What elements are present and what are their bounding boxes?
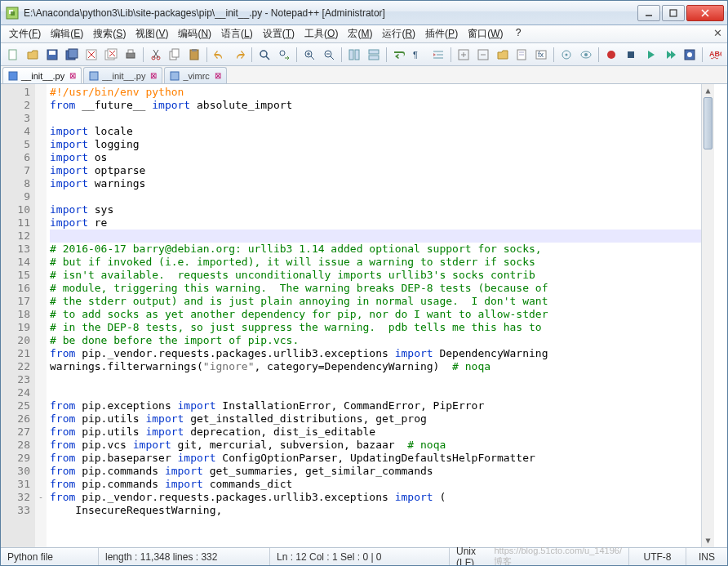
code-line[interactable]: import re [50, 216, 714, 230]
menu-item[interactable]: 搜索(S) [88, 26, 131, 42]
menu-item[interactable]: 窗口(W) [463, 26, 508, 42]
code-line[interactable]: from pip.utils import deprecation, dist_… [50, 426, 714, 439]
sync-v-icon[interactable] [345, 46, 363, 64]
menubar-close-x-icon[interactable]: ✕ [713, 27, 722, 39]
code-line[interactable] [50, 386, 714, 399]
close-icon[interactable] [82, 46, 100, 64]
menu-item[interactable]: 宏(M) [343, 26, 377, 42]
save-macro-icon[interactable] [681, 46, 699, 64]
code-line[interactable]: from pip.vcs import git, mercurial, subv… [50, 439, 714, 452]
code-line[interactable]: warnings.filterwarnings("ignore", catego… [50, 360, 714, 373]
menu-item[interactable]: 插件(P) [420, 26, 463, 42]
cut-icon[interactable] [147, 46, 165, 64]
undo-icon[interactable] [211, 46, 229, 64]
doc-map-icon[interactable] [513, 46, 531, 64]
menu-item[interactable]: 设置(T) [258, 26, 300, 42]
zoom-in-icon[interactable] [300, 46, 318, 64]
menu-item[interactable]: ? [508, 26, 526, 42]
eye-icon[interactable] [577, 46, 595, 64]
redo-icon[interactable] [230, 46, 248, 64]
code-line[interactable]: from pip.commands import commands_dict [50, 478, 714, 491]
code-line[interactable]: # the stderr output) and is just plain a… [50, 295, 714, 308]
close-all-icon[interactable] [102, 46, 120, 64]
code-line[interactable]: from __future__ import absolute_import [50, 99, 714, 112]
editor-tab[interactable]: _vimrc⊠ [164, 67, 226, 83]
copy-icon[interactable] [166, 46, 184, 64]
scroll-down-icon[interactable]: ▼ [702, 534, 714, 547]
code-line[interactable]: import warnings [50, 177, 714, 190]
code-line[interactable]: # be done before the import of pip.vcs. [50, 334, 714, 347]
editor[interactable]: 1234567891011121314151617181920212223242… [1, 84, 727, 547]
code-line[interactable]: from pip.commands import get_summaries, … [50, 465, 714, 478]
code-line[interactable]: # 2016-06-17 barry@debian.org: urllib3 1… [50, 243, 714, 256]
save-all-icon[interactable] [63, 46, 81, 64]
stop-icon[interactable] [622, 46, 640, 64]
open-icon[interactable] [24, 46, 42, 64]
paste-icon[interactable] [185, 46, 203, 64]
record-icon[interactable] [602, 46, 620, 64]
scroll-thumb[interactable] [704, 97, 712, 149]
code-line[interactable]: from pip._vendor.requests.packages.urlli… [50, 347, 714, 360]
sync-h-icon[interactable] [365, 46, 383, 64]
code-line[interactable]: InsecureRequestWarning, [50, 504, 714, 517]
menu-item[interactable]: 文件(F) [4, 26, 46, 42]
code-line[interactable]: from pip._vendor.requests.packages.urlli… [50, 491, 714, 504]
fold-icon[interactable] [455, 46, 473, 64]
code-line[interactable]: # to add socks as yet another dependency… [50, 308, 714, 321]
code-line[interactable]: import os [50, 151, 714, 164]
print-icon[interactable] [122, 46, 140, 64]
svg-rect-7 [49, 51, 55, 55]
fold-column[interactable]: - [35, 84, 47, 547]
code-line[interactable]: # in the DEP-8 tests, so just suppress t… [50, 321, 714, 334]
zoom-out-icon[interactable] [320, 46, 338, 64]
menu-item[interactable]: 编辑(E) [46, 26, 88, 42]
show-all-chars-icon[interactable] [557, 46, 575, 64]
toolbar-separator [702, 47, 703, 62]
code-line[interactable]: # but if invoked (i.e. imported), it wil… [50, 256, 714, 269]
code-line[interactable]: from pip.baseparser import ConfigOptionP… [50, 452, 714, 465]
find-icon[interactable] [255, 46, 273, 64]
tab-close-icon[interactable]: ⊠ [69, 71, 76, 80]
code-line[interactable]: from pip.utils import get_installed_dist… [50, 412, 714, 426]
code-line[interactable]: #!/usr/bin/env python [50, 86, 714, 99]
scroll-up-icon[interactable]: ▲ [702, 84, 714, 97]
wrap-icon[interactable] [390, 46, 408, 64]
code-line[interactable]: import sys [50, 203, 714, 216]
code-line[interactable]: import locale [50, 125, 714, 138]
code-line[interactable]: # module, triggering this warning. The w… [50, 282, 714, 295]
maximize-button[interactable] [662, 5, 685, 21]
play-icon[interactable] [641, 46, 659, 64]
spell-icon[interactable]: ABC [706, 46, 724, 64]
svg-rect-5 [9, 50, 16, 60]
code-line[interactable]: # isn't available. requests unconditiona… [50, 269, 714, 282]
code-area[interactable]: #!/usr/bin/env pythonfrom __future__ imp… [47, 84, 714, 547]
code-line[interactable] [50, 190, 714, 203]
minimize-button[interactable] [637, 5, 660, 21]
close-button[interactable] [686, 5, 724, 21]
show-chars-icon[interactable]: ¶ [410, 46, 428, 64]
code-line[interactable] [50, 112, 714, 125]
editor-tab[interactable]: __init__.py⊠ [2, 67, 82, 83]
code-line[interactable]: from pip.exceptions import InstallationE… [50, 399, 714, 412]
editor-tab[interactable]: __init__.py⊠ [83, 67, 162, 83]
code-line[interactable]: import logging [50, 138, 714, 151]
func-list-icon[interactable]: fx [532, 46, 550, 64]
vertical-scrollbar[interactable]: ▲ ▼ [701, 84, 714, 547]
tab-close-icon[interactable]: ⊠ [150, 71, 157, 80]
menu-item[interactable]: 运行(R) [377, 26, 420, 42]
replace-icon[interactable] [275, 46, 293, 64]
indent-icon[interactable] [429, 46, 447, 64]
new-file-icon[interactable] [4, 46, 22, 64]
save-icon[interactable] [43, 46, 61, 64]
unfold-icon[interactable] [474, 46, 492, 64]
code-line[interactable] [50, 373, 714, 386]
playx-icon[interactable] [661, 46, 679, 64]
menu-item[interactable]: 编码(N) [173, 26, 216, 42]
code-line[interactable] [50, 230, 714, 243]
code-line[interactable]: import optparse [50, 164, 714, 177]
menu-item[interactable]: 语言(L) [216, 26, 258, 42]
folder-icon[interactable] [494, 46, 512, 64]
menu-item[interactable]: 工具(O) [300, 26, 343, 42]
menu-item[interactable]: 视图(V) [131, 26, 173, 42]
tab-close-icon[interactable]: ⊠ [215, 71, 221, 80]
